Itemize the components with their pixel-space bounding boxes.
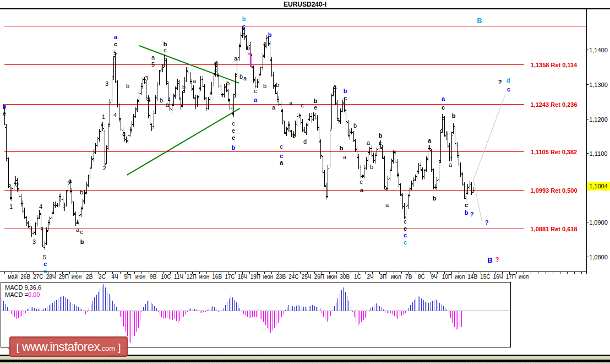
instaforex-logo[interactable]: [ www.instaforex.com ] — [9, 336, 128, 357]
macd-bar-positive — [51, 304, 51, 311]
ohlc-open-tick — [114, 56, 115, 57]
ohlc-open-tick — [390, 170, 391, 170]
time-axis-label: 27С — [33, 274, 43, 280]
wave-label-b: b — [263, 83, 266, 89]
macd-bar-positive — [337, 298, 338, 311]
macd-bar-negative — [140, 311, 140, 320]
ohlc-open-tick — [298, 116, 299, 116]
ohlc-open-tick — [156, 97, 157, 98]
ohlc-open-tick — [154, 112, 155, 112]
price-plot-canvas[interactable] — [0, 9, 586, 271]
ohlc-bar — [172, 102, 172, 113]
macd-bar-positive — [239, 308, 240, 311]
macd-bar-positive — [196, 309, 197, 311]
wave-label-b: b — [160, 97, 163, 104]
wave-label-B: B — [487, 257, 492, 264]
macd-bar-positive — [40, 309, 40, 311]
macd-bar-positive — [67, 299, 68, 311]
macd-bar-negative — [452, 311, 453, 323]
ohlc-bar — [337, 100, 337, 121]
ohlc-open-tick — [136, 108, 137, 109]
ohlc-open-tick — [345, 110, 346, 111]
ohlc-open-tick — [105, 163, 106, 164]
ohlc-open-tick — [161, 69, 162, 69]
ohlc-open-tick — [227, 91, 228, 91]
fib-level-label: 1,0881 Ret 0,618 — [530, 226, 577, 232]
macd-bar-negative — [172, 311, 173, 320]
ohlc-bar — [355, 139, 356, 152]
macd-bar-positive — [213, 306, 213, 311]
macd-bar-negative — [273, 311, 273, 330]
ohlc-bar — [328, 165, 328, 198]
macd-bar-positive — [42, 309, 42, 311]
ohlc-open-tick — [205, 98, 206, 99]
wave-label-c: c — [232, 121, 235, 127]
ohlc-bar — [195, 95, 196, 109]
ohlc-bar — [350, 129, 350, 140]
ohlc-close-tick — [194, 97, 195, 97]
time-axis-minor-tick — [574, 272, 575, 274]
macd-bar-positive — [414, 300, 415, 311]
macd-bar-negative — [14, 311, 15, 317]
macd-bar-positive — [45, 308, 46, 311]
ohlc-bar — [73, 202, 74, 216]
macd-bar-positive — [32, 307, 33, 311]
ohlc-open-tick — [461, 174, 462, 175]
time-axis-label: 8С — [418, 274, 425, 280]
macd-bar-negative — [85, 311, 86, 314]
time-axis-label: июл — [519, 274, 529, 280]
macd-bar-positive — [371, 308, 371, 311]
ohlc-open-tick — [101, 124, 102, 125]
wave-label-a: a — [428, 138, 431, 144]
ohlc-open-tick — [150, 124, 151, 125]
wave-label-c: c — [404, 226, 407, 232]
ohlc-open-tick — [172, 104, 173, 105]
footer-scroll-strip — [0, 360, 610, 362]
ohlc-open-tick — [303, 130, 304, 131]
chart-window: EURUSD240-I MACD 9,36,6 MACD =0,00 MACD … — [0, 0, 610, 364]
macd-bar-negative — [352, 311, 353, 312]
ohlc-bar — [79, 212, 79, 226]
time-axis-label: июн — [72, 274, 82, 280]
ohlc-close-tick — [12, 188, 13, 189]
ohlc-open-tick — [323, 172, 324, 173]
macd-bar-negative — [363, 311, 364, 320]
macd-bar-positive — [423, 300, 424, 311]
macd-bar-negative — [203, 311, 204, 312]
ohlc-bar — [470, 181, 470, 189]
macd-bar-negative — [365, 311, 366, 318]
macd-bar-negative — [263, 311, 264, 322]
ohlc-open-tick — [213, 84, 214, 84]
ohlc-open-tick — [470, 184, 471, 184]
ohlc-open-tick — [5, 127, 6, 128]
ohlc-open-tick — [277, 100, 279, 100]
time-axis-label: 11Ч — [174, 274, 183, 280]
ohlc-close-tick — [47, 231, 48, 232]
ohlc-open-tick — [192, 89, 193, 90]
macd-bar-positive — [31, 307, 31, 311]
ohlc-close-tick — [297, 116, 298, 117]
macd-bar-negative — [141, 311, 142, 312]
wave-label-b: b — [226, 80, 230, 86]
ohlc-open-tick — [432, 171, 433, 171]
time-axis-minor-tick — [546, 272, 546, 274]
macd-bar-negative — [323, 311, 324, 317]
ohlc-bar — [224, 84, 225, 97]
macd-bar-negative — [183, 311, 184, 317]
ohlc-close-tick — [315, 117, 317, 117]
ohlc-open-tick — [160, 70, 161, 70]
ohlc-bar — [188, 67, 188, 74]
macd-bar-negative — [397, 311, 398, 319]
macd-bar-negative — [133, 311, 133, 339]
wave-label-2: 2 — [103, 165, 106, 171]
ohlc-open-tick — [54, 205, 55, 205]
ohlc-bar — [315, 113, 315, 119]
wave-label-b: b — [3, 104, 7, 110]
ohlc-close-tick — [7, 158, 8, 159]
ohlc-open-tick — [438, 180, 439, 180]
macd-bar-positive — [56, 300, 57, 311]
ohlc-open-tick — [78, 222, 79, 223]
wave-label-c: c — [344, 95, 347, 101]
ohlc-bar — [26, 216, 27, 226]
ohlc-open-tick — [397, 175, 399, 176]
